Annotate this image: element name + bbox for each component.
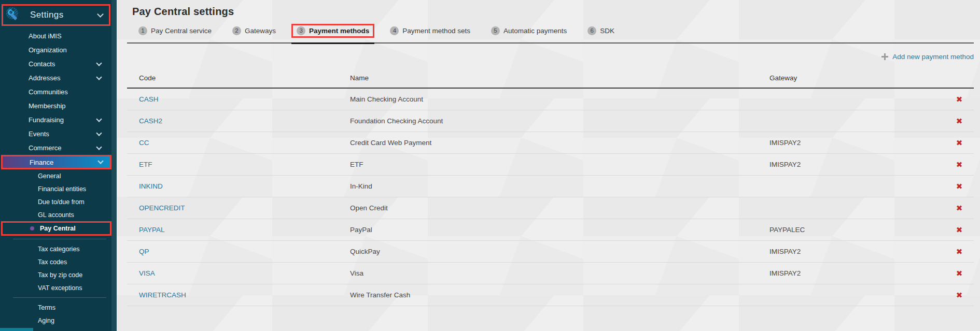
payment-method-code-link[interactable]: QP — [139, 248, 149, 255]
sidebar-item-label: Organization — [29, 46, 67, 54]
payment-method-code-link[interactable]: CASH2 — [139, 117, 162, 125]
tab-number-badge: 6 — [587, 26, 596, 35]
sidebar-item-financial-entities[interactable]: Financial entities — [0, 182, 111, 195]
sidebar-item-organization[interactable]: Organization — [0, 43, 111, 57]
payment-method-code-link[interactable]: VISA — [139, 269, 155, 277]
delete-x-icon[interactable]: ✖ — [956, 204, 963, 212]
sidebar-item-label: Pay Central — [40, 225, 76, 232]
tab-label: Payment methods — [309, 27, 369, 35]
payment-method-code-link[interactable]: OPENCREDIT — [139, 204, 185, 212]
sidebar-item-tax-codes[interactable]: Tax codes — [0, 255, 111, 268]
sidebar-scrollbar-thumb[interactable] — [0, 328, 33, 331]
delete-x-icon[interactable]: ✖ — [956, 138, 963, 147]
payment-method-code-link[interactable]: PAYPAL — [139, 226, 165, 234]
sidebar-item-commerce[interactable]: Commerce — [0, 141, 111, 155]
add-link-label: Add new payment method — [892, 53, 974, 61]
sidebar-item-label: Tax by zip code — [38, 271, 82, 279]
sidebar-item-events[interactable]: Events — [0, 127, 111, 141]
table-toolbar: Add new payment method — [127, 51, 974, 62]
delete-x-icon[interactable]: ✖ — [956, 117, 963, 125]
sidebar-item-addresses[interactable]: Addresses — [0, 71, 111, 85]
main-content: Pay Central settings 1 Pay Central servi… — [117, 0, 980, 331]
payment-method-code-link[interactable]: WIRETRCASH — [139, 291, 186, 299]
table-row: PAYPAL PayPal PAYPALEC ✖ — [127, 219, 974, 241]
payment-method-name: ETF — [350, 161, 769, 168]
sidebar-item-tax-by-zip-code[interactable]: Tax by zip code — [0, 268, 111, 281]
sidebar-item-aging[interactable]: Aging — [0, 314, 111, 327]
payment-method-code-link[interactable]: CC — [139, 139, 149, 147]
delete-x-icon[interactable]: ✖ — [956, 291, 963, 299]
sidebar-scrollbar[interactable] — [111, 0, 117, 331]
sidebar-item-fundraising[interactable]: Fundraising — [0, 113, 111, 127]
sidebar-item-label: VAT exceptions — [38, 284, 82, 292]
sidebar-header-settings[interactable]: Settings — [2, 4, 110, 26]
sidebar-item-label: Communities — [29, 88, 68, 96]
sidebar-item-label: General — [38, 172, 61, 180]
sidebar-item-about-imis[interactable]: About iMIS — [0, 29, 111, 43]
tab-sdk[interactable]: 6 SDK — [584, 25, 618, 36]
sidebar-item-label: Tax codes — [38, 258, 67, 266]
tab-gateways[interactable]: 2 Gateways — [229, 25, 279, 36]
tab-payment-method-sets[interactable]: 4 Payment method sets — [386, 25, 474, 36]
payment-method-name: Open Credit — [350, 204, 769, 212]
delete-x-icon[interactable]: ✖ — [956, 160, 963, 169]
tab-pay-central-service[interactable]: 1 Pay Central service — [135, 25, 215, 36]
payment-method-name: Main Checking Account — [350, 95, 769, 103]
tab-payment-methods[interactable]: 3 Payment methods — [293, 25, 373, 36]
delete-x-icon[interactable]: ✖ — [956, 95, 963, 104]
add-new-payment-method-link[interactable]: Add new payment method — [881, 53, 974, 61]
table-row: CASH Main Checking Account ✖ — [127, 89, 974, 110]
delete-x-icon[interactable]: ✖ — [956, 269, 963, 278]
payment-method-code-link[interactable]: ETF — [139, 161, 152, 168]
delete-x-icon[interactable]: ✖ — [956, 225, 963, 234]
sidebar-item-label: Financial entities — [38, 185, 86, 193]
sidebar-item-communities[interactable]: Communities — [0, 85, 111, 99]
tab-number-badge: 5 — [491, 26, 500, 35]
payment-method-code-link[interactable]: CASH — [139, 95, 159, 103]
sidebar-item-label: Events — [29, 130, 49, 138]
sidebar: Settings About iMIS Organization Contact… — [0, 0, 117, 331]
sidebar-divider — [13, 297, 106, 298]
settings-wrench-icon — [5, 7, 22, 23]
chevron-down-icon — [97, 158, 103, 164]
tab-number-badge: 1 — [138, 26, 147, 35]
sidebar-item-due-to-due-from[interactable]: Due to/due from — [0, 195, 111, 208]
sidebar-item-terms[interactable]: Terms — [0, 301, 111, 314]
payment-method-gateway: IMISPAY2 — [769, 269, 945, 277]
tab-bar: 1 Pay Central service 2 Gateways 3 Payme… — [127, 25, 974, 44]
sidebar-item-pay-central[interactable]: Pay Central — [1, 221, 111, 236]
sidebar-item-label: GL accounts — [38, 211, 74, 219]
sidebar-item-label: Membership — [29, 102, 66, 110]
sidebar-item-finance[interactable]: Finance — [1, 155, 111, 169]
sidebar-item-gl-accounts[interactable]: GL accounts — [0, 208, 111, 221]
chevron-down-icon — [96, 130, 102, 136]
sidebar-item-membership[interactable]: Membership — [0, 99, 111, 113]
table-row: VISA Visa IMISPAY2 ✖ — [127, 263, 974, 284]
sidebar-nav: About iMIS Organization Contacts Address… — [0, 29, 117, 327]
payment-method-code-link[interactable]: INKIND — [139, 182, 163, 190]
column-header-code: Code — [127, 74, 350, 82]
payment-method-name: PayPal — [350, 226, 769, 234]
tab-number-badge: 3 — [297, 26, 305, 35]
chevron-down-icon — [97, 11, 104, 18]
delete-x-icon[interactable]: ✖ — [956, 247, 963, 256]
sidebar-item-contacts[interactable]: Contacts — [0, 57, 111, 71]
payment-method-name: Visa — [350, 269, 769, 277]
payment-method-gateway: IMISPAY2 — [769, 139, 945, 147]
delete-x-icon[interactable]: ✖ — [956, 182, 963, 191]
sidebar-item-label: About iMIS — [29, 32, 62, 40]
payment-method-name: In-Kind — [350, 182, 769, 190]
sidebar-item-vat-exceptions[interactable]: VAT exceptions — [0, 281, 111, 294]
sidebar-header-label: Settings — [30, 10, 64, 20]
chevron-down-icon — [96, 116, 102, 122]
tab-label: Pay Central service — [151, 27, 212, 35]
sidebar-item-general[interactable]: General — [0, 169, 111, 182]
tab-label: SDK — [600, 27, 614, 35]
tab-number-badge: 2 — [232, 26, 241, 35]
payment-method-name: Credit Card Web Payment — [350, 139, 769, 147]
sidebar-item-label: Commerce — [29, 144, 62, 152]
sidebar-item-tax-categories[interactable]: Tax categories — [0, 242, 111, 255]
table-row: CC Credit Card Web Payment IMISPAY2 ✖ — [127, 132, 974, 154]
sidebar-item-label: Aging — [38, 317, 54, 324]
tab-automatic-payments[interactable]: 5 Automatic payments — [487, 25, 570, 36]
